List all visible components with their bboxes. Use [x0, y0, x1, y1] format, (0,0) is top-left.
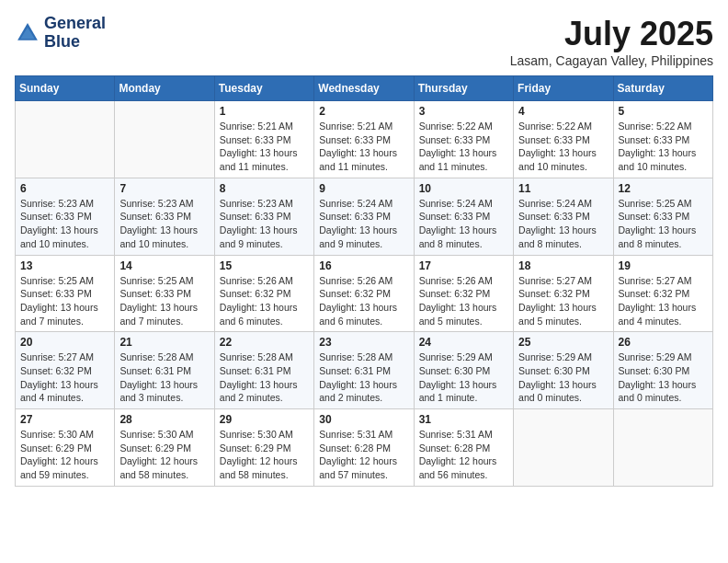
day-detail: Sunrise: 5:29 AM Sunset: 6:30 PM Dayligh… — [518, 350, 608, 405]
day-detail: Sunrise: 5:25 AM Sunset: 6:33 PM Dayligh… — [119, 274, 209, 328]
day-number: 11 — [518, 182, 608, 195]
page-header: General Blue July 2025 Lasam, Cagayan Va… — [15, 15, 713, 68]
day-number: 19 — [619, 259, 708, 272]
day-number: 14 — [119, 259, 209, 272]
calendar-week-row: 20Sunrise: 5:27 AM Sunset: 6:32 PM Dayli… — [16, 332, 713, 409]
day-number: 16 — [319, 259, 408, 272]
day-detail: Sunrise: 5:26 AM Sunset: 6:32 PM Dayligh… — [319, 274, 408, 328]
day-detail: Sunrise: 5:23 AM Sunset: 6:33 PM Dayligh… — [220, 197, 309, 251]
calendar-cell: 18Sunrise: 5:27 AM Sunset: 6:32 PM Dayli… — [514, 255, 613, 332]
day-number: 24 — [419, 336, 508, 349]
calendar-cell: 26Sunrise: 5:29 AM Sunset: 6:30 PM Dayli… — [613, 332, 712, 409]
day-detail: Sunrise: 5:21 AM Sunset: 6:33 PM Dayligh… — [319, 120, 408, 174]
calendar-cell: 23Sunrise: 5:28 AM Sunset: 6:31 PM Dayli… — [314, 332, 414, 409]
day-detail: Sunrise: 5:28 AM Sunset: 6:31 PM Dayligh… — [119, 350, 209, 405]
day-number: 28 — [119, 413, 209, 426]
day-detail: Sunrise: 5:22 AM Sunset: 6:33 PM Dayligh… — [518, 120, 608, 174]
day-detail: Sunrise: 5:24 AM Sunset: 6:33 PM Dayligh… — [419, 197, 508, 251]
day-detail: Sunrise: 5:24 AM Sunset: 6:33 PM Dayligh… — [319, 197, 408, 251]
day-detail: Sunrise: 5:22 AM Sunset: 6:33 PM Dayligh… — [419, 120, 508, 174]
calendar-cell: 21Sunrise: 5:28 AM Sunset: 6:31 PM Dayli… — [115, 332, 214, 409]
logo-icon — [15, 20, 40, 46]
calendar-cell: 30Sunrise: 5:31 AM Sunset: 6:28 PM Dayli… — [314, 409, 414, 487]
calendar-cell — [115, 101, 214, 178]
calendar-cell: 19Sunrise: 5:27 AM Sunset: 6:32 PM Dayli… — [613, 255, 712, 332]
calendar-cell: 8Sunrise: 5:23 AM Sunset: 6:33 PM Daylig… — [214, 178, 313, 255]
day-number: 29 — [220, 413, 309, 426]
month-title: July 2025 — [510, 15, 713, 53]
calendar-cell: 6Sunrise: 5:23 AM Sunset: 6:33 PM Daylig… — [16, 178, 115, 255]
day-number: 30 — [319, 413, 408, 426]
calendar-cell: 22Sunrise: 5:28 AM Sunset: 6:31 PM Dayli… — [214, 332, 313, 409]
day-number: 2 — [319, 105, 408, 118]
col-header-tuesday: Tuesday — [214, 76, 313, 101]
day-number: 26 — [619, 336, 708, 349]
calendar-week-row: 6Sunrise: 5:23 AM Sunset: 6:33 PM Daylig… — [16, 178, 713, 255]
day-number: 4 — [518, 105, 608, 118]
calendar-cell: 25Sunrise: 5:29 AM Sunset: 6:30 PM Dayli… — [514, 332, 613, 409]
calendar-header-row: SundayMondayTuesdayWednesdayThursdayFrid… — [16, 76, 713, 101]
title-block: July 2025 Lasam, Cagayan Valley, Philipp… — [510, 15, 713, 68]
day-detail: Sunrise: 5:29 AM Sunset: 6:30 PM Dayligh… — [419, 350, 508, 405]
day-detail: Sunrise: 5:22 AM Sunset: 6:33 PM Dayligh… — [619, 120, 708, 174]
calendar-cell: 3Sunrise: 5:22 AM Sunset: 6:33 PM Daylig… — [414, 101, 513, 178]
day-number: 17 — [419, 259, 508, 272]
day-detail: Sunrise: 5:23 AM Sunset: 6:33 PM Dayligh… — [119, 197, 209, 251]
day-number: 3 — [419, 105, 508, 118]
day-detail: Sunrise: 5:28 AM Sunset: 6:31 PM Dayligh… — [220, 350, 309, 405]
col-header-sunday: Sunday — [16, 76, 115, 101]
calendar-week-row: 27Sunrise: 5:30 AM Sunset: 6:29 PM Dayli… — [16, 409, 713, 487]
calendar-cell: 14Sunrise: 5:25 AM Sunset: 6:33 PM Dayli… — [115, 255, 214, 332]
day-detail: Sunrise: 5:27 AM Sunset: 6:32 PM Dayligh… — [20, 350, 109, 405]
day-number: 23 — [319, 336, 408, 349]
calendar-cell: 17Sunrise: 5:26 AM Sunset: 6:32 PM Dayli… — [414, 255, 513, 332]
calendar-cell: 16Sunrise: 5:26 AM Sunset: 6:32 PM Dayli… — [314, 255, 414, 332]
day-detail: Sunrise: 5:29 AM Sunset: 6:30 PM Dayligh… — [619, 350, 708, 405]
day-number: 25 — [518, 336, 608, 349]
day-number: 1 — [220, 105, 309, 118]
day-detail: Sunrise: 5:27 AM Sunset: 6:32 PM Dayligh… — [619, 274, 708, 328]
calendar-cell: 9Sunrise: 5:24 AM Sunset: 6:33 PM Daylig… — [314, 178, 414, 255]
day-number: 15 — [220, 259, 309, 272]
day-number: 9 — [319, 182, 408, 195]
day-detail: Sunrise: 5:23 AM Sunset: 6:33 PM Dayligh… — [20, 197, 109, 251]
day-number: 7 — [119, 182, 209, 195]
day-number: 6 — [20, 182, 109, 195]
day-number: 27 — [20, 413, 109, 426]
day-number: 20 — [20, 336, 109, 349]
day-number: 18 — [518, 259, 608, 272]
day-number: 13 — [20, 259, 109, 272]
day-number: 31 — [419, 413, 508, 426]
col-header-wednesday: Wednesday — [314, 76, 414, 101]
day-number: 5 — [619, 105, 708, 118]
calendar-cell — [613, 409, 712, 487]
col-header-thursday: Thursday — [414, 76, 513, 101]
day-number: 8 — [220, 182, 309, 195]
day-detail: Sunrise: 5:30 AM Sunset: 6:29 PM Dayligh… — [119, 428, 209, 482]
calendar-cell: 27Sunrise: 5:30 AM Sunset: 6:29 PM Dayli… — [16, 409, 115, 487]
calendar-cell: 5Sunrise: 5:22 AM Sunset: 6:33 PM Daylig… — [613, 101, 712, 178]
calendar-cell: 12Sunrise: 5:25 AM Sunset: 6:33 PM Dayli… — [613, 178, 712, 255]
day-number: 22 — [220, 336, 309, 349]
col-header-friday: Friday — [514, 76, 613, 101]
calendar-cell: 20Sunrise: 5:27 AM Sunset: 6:32 PM Dayli… — [16, 332, 115, 409]
logo-text: General Blue — [44, 15, 106, 52]
day-detail: Sunrise: 5:26 AM Sunset: 6:32 PM Dayligh… — [419, 274, 508, 328]
location-title: Lasam, Cagayan Valley, Philippines — [510, 53, 713, 68]
calendar-week-row: 1Sunrise: 5:21 AM Sunset: 6:33 PM Daylig… — [16, 101, 713, 178]
calendar-cell: 2Sunrise: 5:21 AM Sunset: 6:33 PM Daylig… — [314, 101, 414, 178]
day-detail: Sunrise: 5:28 AM Sunset: 6:31 PM Dayligh… — [319, 350, 408, 405]
calendar-cell: 11Sunrise: 5:24 AM Sunset: 6:33 PM Dayli… — [514, 178, 613, 255]
calendar-cell: 13Sunrise: 5:25 AM Sunset: 6:33 PM Dayli… — [16, 255, 115, 332]
day-detail: Sunrise: 5:30 AM Sunset: 6:29 PM Dayligh… — [220, 428, 309, 482]
calendar-cell: 7Sunrise: 5:23 AM Sunset: 6:33 PM Daylig… — [115, 178, 214, 255]
day-detail: Sunrise: 5:25 AM Sunset: 6:33 PM Dayligh… — [20, 274, 109, 328]
col-header-monday: Monday — [115, 76, 214, 101]
calendar-cell: 28Sunrise: 5:30 AM Sunset: 6:29 PM Dayli… — [115, 409, 214, 487]
calendar-cell — [514, 409, 613, 487]
day-detail: Sunrise: 5:24 AM Sunset: 6:33 PM Dayligh… — [518, 197, 608, 251]
day-detail: Sunrise: 5:27 AM Sunset: 6:32 PM Dayligh… — [518, 274, 608, 328]
day-number: 12 — [619, 182, 708, 195]
day-detail: Sunrise: 5:31 AM Sunset: 6:28 PM Dayligh… — [319, 428, 408, 482]
col-header-saturday: Saturday — [613, 76, 712, 101]
